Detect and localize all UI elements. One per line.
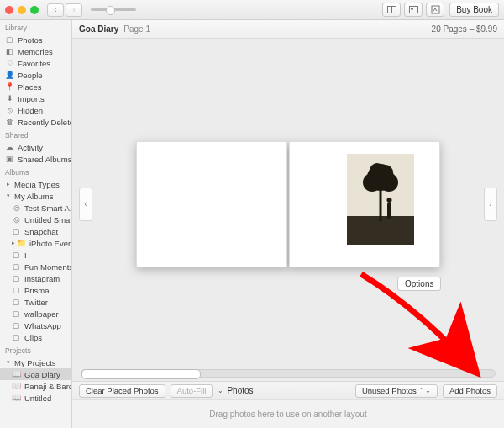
photo-view-icon[interactable]	[404, 3, 423, 17]
sidebar-item-label: Photos	[18, 35, 43, 45]
tree-photo-icon	[347, 154, 414, 245]
book-icon: 📖	[12, 382, 21, 391]
auto-fill-button[interactable]: Auto-Fill	[171, 384, 213, 398]
clear-placed-photos-button[interactable]: Clear Placed Photos	[79, 384, 165, 398]
sidebar-item-label: Imports	[18, 94, 45, 103]
traffic-lights	[5, 6, 39, 14]
sidebar-item-twitter[interactable]: ▢Twitter	[0, 296, 71, 308]
zoom-slider[interactable]	[91, 8, 136, 11]
photos-dropdown[interactable]: ⌄ Photos	[218, 386, 253, 395]
svg-point-14	[387, 198, 392, 203]
sidebar-item-i[interactable]: ▢I	[0, 249, 71, 261]
right-page[interactable]	[289, 141, 440, 267]
sidebar-item-panaji[interactable]: 📖Panaji & Bard...	[0, 380, 71, 392]
section-header-projects: Projects	[0, 343, 71, 357]
people-icon: 👤	[5, 71, 14, 80]
page-options-button[interactable]: Options	[397, 277, 441, 291]
left-page[interactable]	[136, 141, 287, 267]
sidebar-item-label: Shared Albums	[18, 155, 71, 164]
photos-dropdown-label: Photos	[227, 386, 253, 395]
sidebar-item-label: Untitled Sma...	[24, 215, 71, 225]
sidebar-item-media-types[interactable]: ▸Media Types	[0, 178, 71, 190]
book-icon: 📖	[12, 394, 21, 403]
sidebar-item-label: Instagram	[24, 274, 60, 283]
sidebar-item-label: Twitter	[24, 298, 48, 307]
sidebar-item-recently-deleted[interactable]: 🗑Recently Deleted	[0, 116, 71, 128]
settings-icon[interactable]	[426, 3, 444, 17]
buy-book-button[interactable]: Buy Book	[449, 3, 499, 17]
next-page-button[interactable]: ›	[484, 188, 497, 221]
sidebar-item-favorites[interactable]: ♡Favorites	[0, 57, 71, 69]
minimize-window-button[interactable]	[18, 6, 26, 14]
sidebar-item-my-albums[interactable]: ▾My Albums	[0, 190, 71, 202]
shared-album-icon: ▣	[5, 155, 14, 164]
import-icon: ⬇	[5, 94, 14, 103]
sidebar-item-label: Test Smart A...	[24, 203, 71, 213]
section-header-library: Library	[0, 20, 71, 34]
section-header-albums: Albums	[0, 165, 71, 178]
sidebar-item-label: Recently Deleted	[18, 118, 71, 127]
folder-icon: 📁	[17, 239, 26, 248]
disclosure-triangle-icon[interactable]: ▾	[5, 193, 11, 199]
sidebar-item-untitled-project[interactable]: 📖Untitled	[0, 392, 71, 404]
book-icon: 📖	[12, 370, 21, 379]
sidebar-item-label: People	[18, 71, 43, 80]
close-window-button[interactable]	[5, 6, 13, 14]
layout-view-button[interactable]	[382, 3, 401, 17]
forward-button[interactable]: ›	[66, 3, 82, 17]
sidebar-item-instagram[interactable]: ▢Instagram	[0, 272, 71, 284]
sidebar-item-hidden[interactable]: ⦸Hidden	[0, 104, 71, 116]
sidebar-item-test-smart[interactable]: ◎Test Smart A...	[0, 202, 71, 214]
window-titlebar: ‹ › Buy Book	[0, 0, 504, 20]
sidebar-item-goa-diary[interactable]: 📖Goa Diary	[0, 368, 71, 380]
sidebar-item-label: iPhoto Events	[29, 239, 71, 248]
add-photos-button[interactable]: Add Photos	[443, 384, 497, 398]
sidebar-item-photos[interactable]: ▢Photos	[0, 34, 71, 45]
back-button[interactable]: ‹	[47, 3, 64, 17]
disclosure-triangle-icon[interactable]: ▸	[5, 181, 11, 188]
sidebar-item-label: My Projects	[14, 358, 56, 367]
drag-hint: Drag photos here to use on another layou…	[72, 399, 504, 428]
sidebar-item-memories[interactable]: ◧Memories	[0, 45, 71, 57]
sidebar-item-shared-albums[interactable]: ▣Shared Albums	[0, 153, 71, 165]
photo-tray-toolbar: Clear Placed Photos Auto-Fill ⌄ Photos U…	[72, 381, 504, 399]
sidebar-item-fun-moments[interactable]: ▢Fun Moments	[0, 261, 71, 272]
sidebar-item-label: Prisma	[24, 286, 50, 295]
sidebar-item-snapchat[interactable]: ▢Snapchat	[0, 225, 71, 237]
page-scrubber[interactable]	[81, 369, 496, 378]
disclosure-triangle-icon[interactable]: ▾	[5, 359, 11, 366]
sidebar-item-people[interactable]: 👤People	[0, 69, 71, 81]
svg-rect-13	[387, 203, 391, 219]
sidebar-item-wallpaper[interactable]: ▢wallpaper	[0, 308, 71, 320]
svg-rect-3	[411, 8, 413, 10]
fullscreen-window-button[interactable]	[30, 6, 39, 14]
unused-photos-dropdown[interactable]: Unused Photos⌃⌄	[355, 384, 438, 398]
placed-photo[interactable]	[347, 154, 414, 245]
nav-buttons: ‹ ›	[47, 3, 82, 17]
sidebar-item-imports[interactable]: ⬇Imports	[0, 92, 71, 104]
sidebar-item-prisma[interactable]: ▢Prisma	[0, 284, 71, 296]
sidebar-item-untitled-smart[interactable]: ◎Untitled Sma...	[0, 214, 71, 225]
disclosure-triangle-icon[interactable]: ▸	[12, 240, 15, 246]
sidebar-item-iphoto-events[interactable]: ▸📁iPhoto Events	[0, 237, 71, 249]
sidebar-item-label: Activity	[18, 143, 43, 152]
sidebar-item-whatsapp[interactable]: ▢WhatsApp	[0, 320, 71, 331]
sidebar-item-label: Snapchat	[24, 227, 58, 236]
sidebar: Library ▢Photos ◧Memories ♡Favorites 👤Pe…	[0, 20, 72, 428]
price-label: 20 Pages – $9.99	[432, 24, 497, 34]
toolbar-buttons	[382, 3, 444, 17]
album-icon: ▢	[12, 227, 21, 236]
prev-page-button[interactable]: ‹	[79, 188, 92, 221]
sidebar-item-activity[interactable]: ☁Activity	[0, 141, 71, 153]
pin-icon: 📍	[5, 82, 14, 92]
book-spread[interactable]	[136, 141, 440, 267]
sidebar-item-label: Goa Diary	[24, 370, 60, 379]
sidebar-item-label: Clips	[24, 333, 42, 342]
sidebar-item-my-projects[interactable]: ▾My Projects	[0, 357, 71, 368]
sidebar-item-label: Fun Moments	[24, 262, 71, 272]
book-title: Goa Diary	[79, 24, 118, 34]
sidebar-item-label: Hidden	[18, 106, 43, 115]
sidebar-item-places[interactable]: 📍Places	[0, 81, 71, 92]
sidebar-item-clips[interactable]: ▢Clips	[0, 331, 71, 343]
sidebar-item-label: WhatsApp	[24, 321, 61, 330]
